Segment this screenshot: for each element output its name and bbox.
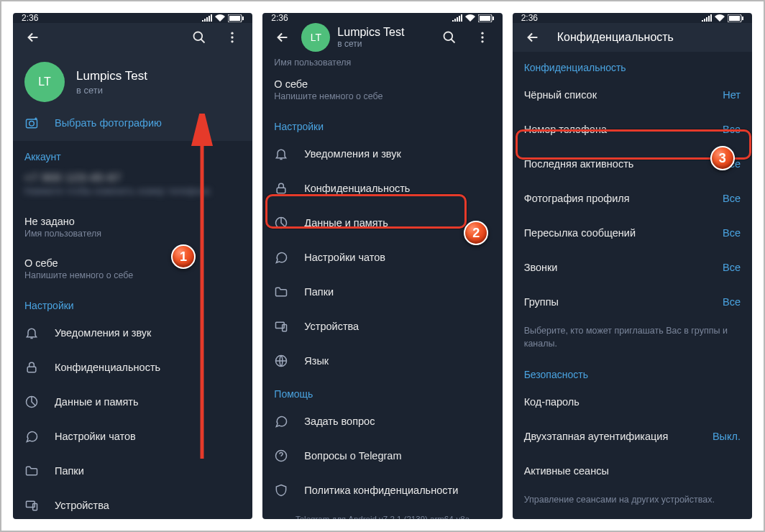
signal-icon xyxy=(202,14,212,22)
privacy-forward[interactable]: Пересылка сообщений Все xyxy=(513,216,752,250)
pie-icon xyxy=(274,216,288,230)
arrow-left-icon xyxy=(275,29,290,45)
svg-point-8 xyxy=(29,121,35,127)
screen-1-settings: 2:36 LT Lumpics Test в сети xyxy=(13,13,252,519)
status-time: 2:36 xyxy=(22,13,38,23)
toolbar-status: в сети xyxy=(337,39,430,49)
arrow-left-icon xyxy=(25,29,41,45)
back-button[interactable] xyxy=(268,23,297,52)
statusbar: 2:36 xyxy=(13,13,252,23)
folder-icon xyxy=(274,285,288,299)
privacy-phone[interactable]: Номер телефона Все xyxy=(513,112,752,147)
battery-icon xyxy=(728,14,743,22)
search-icon xyxy=(442,30,457,45)
svg-point-19 xyxy=(481,36,483,38)
phone-row-blurred[interactable]: +7 900 123-45-67 Нажмите чтобы изменить … xyxy=(13,167,252,206)
svg-rect-2 xyxy=(242,17,244,20)
section-settings: Настройки xyxy=(262,111,502,137)
help-policy[interactable]: Политика конфиденциальности xyxy=(262,473,502,508)
security-passcode[interactable]: Код-пароль xyxy=(513,385,752,419)
privacy-groups[interactable]: Группы Все xyxy=(513,285,752,319)
statusbar: 2:36 xyxy=(262,13,502,23)
more-vertical-icon xyxy=(225,30,239,45)
svg-rect-16 xyxy=(493,17,494,20)
about-sub: Напишите немного о себе xyxy=(24,270,241,280)
bell-icon xyxy=(274,147,288,161)
svg-point-5 xyxy=(232,36,234,38)
devices-icon xyxy=(24,498,39,513)
globe-icon xyxy=(274,354,288,368)
toolbar: Конфиденциальность xyxy=(513,23,752,52)
back-button[interactable] xyxy=(19,23,47,52)
security-twofa[interactable]: Двухэтапная аутентификация Выкл. xyxy=(513,419,752,454)
camera-add-icon xyxy=(24,115,39,131)
privacy-note: Выберите, кто может приглашать Вас в гру… xyxy=(513,319,752,359)
settings-devices[interactable]: Устройства xyxy=(13,488,252,519)
profile-name: Lumpics Test xyxy=(76,69,147,83)
about-row[interactable]: О себе Напишите немного о себе xyxy=(13,248,252,290)
settings-language[interactable]: Язык xyxy=(262,344,502,378)
svg-rect-9 xyxy=(27,367,36,372)
more-button[interactable] xyxy=(468,23,497,52)
chat-icon xyxy=(24,429,39,444)
svg-rect-29 xyxy=(742,17,743,20)
avatar-small[interactable]: LT xyxy=(301,23,330,52)
privacy-photo[interactable]: Фотография профиля Все xyxy=(513,181,752,216)
choose-photo-row[interactable]: Выбрать фотографию xyxy=(13,109,252,141)
svg-rect-1 xyxy=(229,16,240,21)
svg-rect-15 xyxy=(480,16,490,21)
pie-icon xyxy=(24,395,39,409)
help-ask[interactable]: Задать вопрос xyxy=(262,404,502,439)
help-faq[interactable]: Вопросы о Telegram xyxy=(262,439,502,473)
screen-3-privacy: 2:36 Конфиденциальность Конфиденциальнос… xyxy=(513,13,752,519)
wifi-icon xyxy=(215,14,225,22)
settings-notifications[interactable]: Уведомления и звук xyxy=(262,137,502,171)
battery-icon xyxy=(228,14,244,22)
username-row[interactable]: Не задано Имя пользователя xyxy=(13,206,252,248)
screen-2-settings-scrolled: 2:36 LT Lumpics Test в сети Имя п xyxy=(262,13,502,519)
status-icons xyxy=(702,14,743,22)
section-help: Помощь xyxy=(262,378,502,404)
bell-icon xyxy=(24,326,39,340)
svg-point-6 xyxy=(232,40,234,42)
folder-icon xyxy=(24,464,39,478)
settings-folders[interactable]: Папки xyxy=(262,275,502,309)
security-sessions[interactable]: Активные сеансы xyxy=(513,454,752,488)
svg-rect-11 xyxy=(27,501,35,507)
section-settings: Настройки xyxy=(13,290,252,316)
chat-question-icon xyxy=(274,414,288,428)
back-button[interactable] xyxy=(518,23,547,52)
more-vertical-icon xyxy=(475,30,490,45)
delete-account-link[interactable]: Удалить мой аккаунт xyxy=(513,515,752,520)
settings-privacy[interactable]: Конфиденциальность xyxy=(13,350,252,385)
settings-notifications[interactable]: Уведомления и звук xyxy=(13,316,252,350)
lock-icon xyxy=(274,181,288,196)
privacy-blacklist[interactable]: Чёрный список Нет xyxy=(513,78,752,112)
settings-devices[interactable]: Устройства xyxy=(262,309,502,344)
help-icon xyxy=(274,449,288,463)
section-privacy: Конфиденциальность xyxy=(513,52,752,78)
settings-folders[interactable]: Папки xyxy=(13,454,252,488)
settings-privacy[interactable]: Конфиденциальность xyxy=(262,171,502,206)
settings-chat[interactable]: Настройки чатов xyxy=(262,240,502,275)
profile-status: в сети xyxy=(76,85,147,96)
settings-data[interactable]: Данные и память xyxy=(13,385,252,419)
status-icons xyxy=(202,14,244,22)
search-icon xyxy=(192,30,206,45)
username-value: Не задано xyxy=(24,216,241,227)
battery-icon xyxy=(478,14,494,22)
version-footer: Telegram для Android v7.2.1 (2139) arm64… xyxy=(262,508,502,519)
svg-point-18 xyxy=(481,32,483,35)
username-sub: Имя пользователя xyxy=(274,58,351,68)
privacy-calls[interactable]: Звонки Все xyxy=(513,250,752,285)
search-button[interactable] xyxy=(185,23,214,52)
about-row[interactable]: О себе Напишите немного о себе xyxy=(262,69,502,111)
avatar[interactable]: LT xyxy=(24,62,65,102)
svg-point-4 xyxy=(232,32,234,35)
more-button[interactable] xyxy=(218,23,247,52)
toolbar-name: Lumpics Test xyxy=(337,26,430,39)
search-button[interactable] xyxy=(435,23,464,52)
settings-chat[interactable]: Настройки чатов xyxy=(13,419,252,454)
section-security: Безопасность xyxy=(513,359,752,385)
svg-point-20 xyxy=(481,40,483,42)
